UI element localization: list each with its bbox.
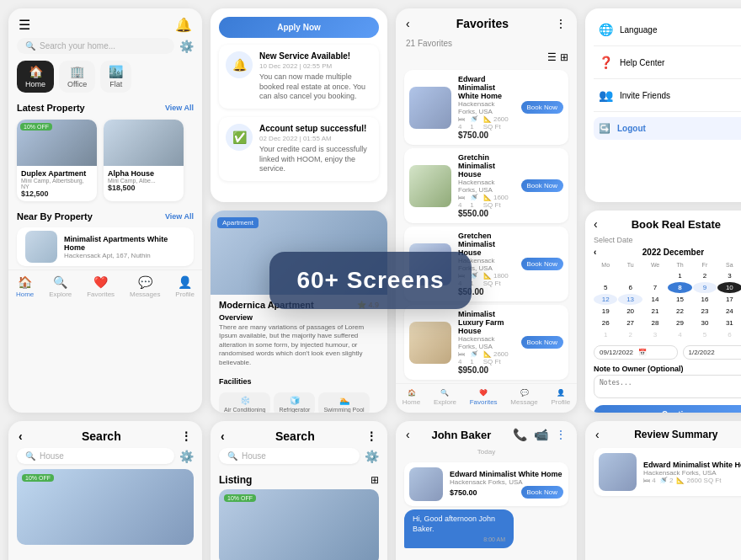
chat-message-bubble: Hi, Good afternoon John Baker. 8:00 AM bbox=[404, 509, 514, 548]
back-icon-fav[interactable]: ‹ bbox=[406, 17, 410, 30]
search-main-input[interactable]: 🔍 House bbox=[219, 448, 360, 464]
main-search-placeholder: Search your home... bbox=[40, 41, 115, 51]
fav-name-4: Minimalist Luxury Farm House bbox=[458, 310, 514, 335]
chat-card: ‹ John Baker 📞 📹 ⋮ Today Edward Minimali… bbox=[396, 421, 577, 560]
filter-icon-main[interactable]: ⚙️ bbox=[365, 450, 379, 463]
continue-button[interactable]: Continue bbox=[594, 405, 741, 413]
back-icon-search-small[interactable]: ‹ bbox=[19, 429, 23, 443]
settings-language[interactable]: 🌐 Language › bbox=[594, 17, 741, 42]
fav-nav-favorites[interactable]: ❤️Favorites bbox=[470, 389, 498, 406]
fav-item-3[interactable]: Gretchen Minimalist House Hackensack For… bbox=[404, 227, 568, 301]
logout-label: Logout bbox=[617, 124, 646, 133]
category-flat[interactable]: 🏙️ Flat bbox=[100, 61, 131, 93]
fav-price-3: $50.00 bbox=[458, 287, 514, 296]
view-all-latest[interactable]: View All bbox=[165, 104, 194, 112]
more-icon-chat[interactable]: ⋮ bbox=[555, 428, 567, 441]
book-btn-4[interactable]: Book Now bbox=[521, 336, 563, 349]
book-btn-1[interactable]: Book Now bbox=[521, 101, 563, 114]
nav-favorites[interactable]: ❤️ Favorites bbox=[87, 275, 115, 298]
main-search-box[interactable]: 🔍 Search your home... bbox=[17, 38, 174, 54]
hamburger-icon[interactable]: ☰ bbox=[19, 17, 30, 33]
chat-prop-name: Edward Minimalist White Home bbox=[450, 470, 563, 478]
more-icon-search-small[interactable]: ⋮ bbox=[180, 429, 192, 443]
fav-item-2[interactable]: Gretchin Minimalist House Hackensack For… bbox=[404, 148, 568, 223]
review-summary-card: ‹ Review Summary ⋮ Edward Minimalist Whi… bbox=[585, 421, 741, 560]
listing-badge: 10% OFF bbox=[22, 474, 54, 482]
search-small-title: Search bbox=[82, 429, 121, 443]
filter-icon-small[interactable]: ⚙️ bbox=[179, 450, 194, 463]
notif-desc-2: Your credite card is successfully linked… bbox=[259, 145, 372, 174]
nav-home[interactable]: 🏠 Home bbox=[16, 275, 34, 298]
help-icon: ❓ bbox=[599, 56, 613, 69]
help-label: Help Center bbox=[620, 58, 664, 67]
back-icon-search[interactable]: ‹ bbox=[221, 429, 225, 443]
book-btn-2[interactable]: Book Now bbox=[521, 179, 563, 192]
list-view-icon[interactable]: ☰ bbox=[547, 51, 557, 63]
category-home[interactable]: 🏠 Home bbox=[17, 61, 54, 93]
more-icon-fav[interactable]: ⋮ bbox=[555, 17, 567, 30]
fav-item-1[interactable]: Edward Minimalist White Home Hackensack … bbox=[404, 70, 568, 145]
category-office[interactable]: 🏢 Office bbox=[59, 61, 95, 93]
logout-icon: ↪️ bbox=[599, 123, 610, 134]
property-loc-1: Mini Camp, Albertsburg, NY bbox=[21, 178, 93, 189]
nav-explore[interactable]: 🔍 Explore bbox=[49, 275, 72, 298]
apply-now-button[interactable]: Apply Now bbox=[219, 17, 379, 38]
nav-messages[interactable]: 💬 Messages bbox=[130, 275, 160, 298]
cal-month-year: 2022 December bbox=[642, 248, 704, 257]
search-main-card: ‹ Search ⋮ 🔍 House ⚙️ Listing ⊞ 10% OFF bbox=[211, 421, 387, 560]
settings-help[interactable]: ❓ Help Center › bbox=[594, 50, 741, 75]
property-name-1: Duplex Apartment bbox=[21, 169, 93, 178]
apt-name: Modernica Apartment bbox=[219, 300, 314, 310]
select-date-label: Select Date bbox=[594, 236, 741, 244]
listing-view-icon[interactable]: ⊞ bbox=[370, 474, 379, 486]
fav-nav-home[interactable]: 🏠Home bbox=[402, 389, 420, 406]
note-input[interactable] bbox=[594, 375, 741, 398]
chat-prop-price: $750.00 bbox=[450, 488, 477, 497]
notification-icon[interactable]: 🔔 bbox=[175, 17, 192, 33]
fav-loc-1: Hackensack Forks, USA bbox=[458, 100, 514, 115]
nearby-property-1[interactable]: Minimalist Apartments White Home Hackens… bbox=[17, 227, 194, 266]
chat-book-now-btn[interactable]: Book Now bbox=[521, 486, 563, 499]
filter-icon[interactable]: ⚙️ bbox=[179, 40, 194, 53]
cal-prev-icon[interactable]: ‹ bbox=[594, 248, 596, 257]
notification-icon-1: 🔔 bbox=[226, 51, 253, 78]
more-icon-search[interactable]: ⋮ bbox=[365, 429, 377, 443]
invite-label: Invite Friends bbox=[620, 91, 670, 100]
search-small-placeholder: House bbox=[40, 451, 64, 461]
property-card-1[interactable]: 10% OFF Duplex Apartment Mini Camp, Albe… bbox=[17, 120, 97, 201]
review-prop-card: Edward Minimalist White Home Hackensack … bbox=[594, 448, 741, 496]
fav-name-2: Gretchin Minimalist House bbox=[458, 153, 514, 179]
date-from-input[interactable]: 09/12/2022 📅 bbox=[594, 345, 678, 360]
back-icon-review[interactable]: ‹ bbox=[595, 428, 600, 441]
notif-date-2: 02 Dec 2022 | 01:55 AM bbox=[259, 135, 372, 142]
settings-invite[interactable]: 👥 Invite Friends › bbox=[594, 83, 741, 108]
grid-view-icon[interactable]: ⊞ bbox=[560, 51, 568, 63]
fav-item-4[interactable]: Minimalist Luxury Farm House Hackensack … bbox=[404, 305, 568, 380]
book-title: Book Real Estate bbox=[632, 218, 721, 231]
logout-button[interactable]: ↪️ Logout bbox=[594, 117, 741, 140]
fav-price-4: $950.00 bbox=[458, 365, 514, 375]
property-card-2[interactable]: Alpha House Mini Camp, Albe... $18,500 bbox=[104, 120, 184, 201]
facility-ac: ❄️ Air Conditioning bbox=[219, 392, 270, 413]
search-main-icon: 🔍 bbox=[227, 451, 237, 461]
back-icon-book[interactable]: ‹ bbox=[594, 217, 598, 231]
fav-nav-profile[interactable]: 👤Profile bbox=[551, 389, 570, 406]
fav-price-1: $750.00 bbox=[458, 131, 514, 140]
fav-name-3: Gretchen Minimalist House bbox=[458, 232, 514, 257]
search-small-icon: 🔍 bbox=[25, 451, 35, 461]
apartment-detail-card: Apartment Modernica Apartment ⭐ 4.9 Over… bbox=[211, 211, 387, 413]
book-btn-3[interactable]: Book Now bbox=[521, 258, 563, 270]
settings-card: 🌐 Language › ❓ Help Center › 👥 Invite Fr… bbox=[585, 8, 741, 202]
view-all-nearby[interactable]: View All bbox=[165, 212, 194, 221]
date-to-input[interactable]: 1/2/2022 bbox=[683, 345, 742, 360]
call-icon[interactable]: 📞 bbox=[513, 428, 527, 441]
invite-icon: 👥 bbox=[599, 88, 613, 102]
video-icon[interactable]: 📹 bbox=[534, 428, 548, 441]
fav-nav-explore[interactable]: 🔍Explore bbox=[434, 389, 456, 406]
chat-property-card: Edward Minimalist White Home Hackensack … bbox=[404, 462, 568, 506]
nav-profile[interactable]: 👤 Profile bbox=[175, 275, 195, 298]
back-icon-chat[interactable]: ‹ bbox=[406, 428, 410, 441]
search-main-placeholder: House bbox=[242, 451, 266, 461]
search-small-input[interactable]: 🔍 House bbox=[17, 448, 174, 464]
fav-nav-message[interactable]: 💬Message bbox=[510, 389, 537, 406]
